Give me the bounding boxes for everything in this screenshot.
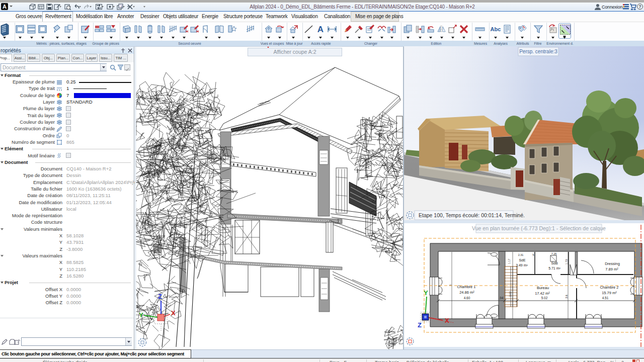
svg-text:Dressing: Dressing (605, 261, 620, 266)
svg-text:17.42 m²: 17.42 m² (535, 291, 550, 296)
svg-text:7.89 m²: 7.89 m² (605, 267, 618, 272)
svg-text:Persp. centrale:3: Persp. centrale:3 (519, 49, 557, 54)
svg-text:4.60: 4.60 (464, 296, 470, 300)
svg-text:Z: Z (418, 321, 422, 329)
svg-text:3.: 3. (449, 284, 452, 286)
svg-text:5.02: 5.02 (541, 296, 548, 300)
svg-text:4.51: 4.51 (602, 296, 609, 300)
svg-text:Y: Y (139, 311, 143, 319)
svg-text:5: 5 (532, 253, 534, 256)
svg-text:15.79 m²: 15.79 m² (602, 291, 617, 295)
svg-text:SdB: SdB (551, 261, 558, 265)
svg-text:Z: Z (158, 293, 162, 300)
svg-text:3.6: 3.6 (565, 295, 568, 299)
svg-text:Abc: Abc (491, 26, 501, 32)
svg-text:Vue en plan tournée (-6.773 De: Vue en plan tournée (-6.773 Deg):1 - Sél… (472, 225, 606, 231)
svg-text:3.02: 3.02 (509, 292, 512, 297)
svg-text:A: A (317, 25, 324, 34)
svg-text:24.86 m²: 24.86 m² (459, 290, 474, 295)
svg-text:5.71 m²: 5.71 m² (548, 266, 560, 270)
svg-text:2.31: 2.31 (518, 253, 524, 256)
svg-text:X: X (171, 309, 176, 317)
svg-text:7.25: 7.25 (551, 252, 557, 255)
svg-text:1.17: 1.17 (508, 259, 511, 264)
svg-text:Etape 100, Temps écoulé: 00:01: Etape 100, Temps écoulé: 00:01:14, Termi… (419, 212, 525, 218)
svg-text:Chambre 1: Chambre 1 (457, 285, 475, 289)
svg-text:SdE: SdE (519, 258, 526, 262)
svg-text:X: X (445, 317, 449, 324)
svg-text:.94: .94 (499, 296, 503, 300)
svg-text:Y: Y (424, 289, 428, 297)
svg-text:1.73: 1.73 (565, 259, 568, 265)
svg-text:3.49 m²: 3.49 m² (516, 263, 528, 267)
svg-text:Bureau: Bureau (537, 286, 549, 290)
